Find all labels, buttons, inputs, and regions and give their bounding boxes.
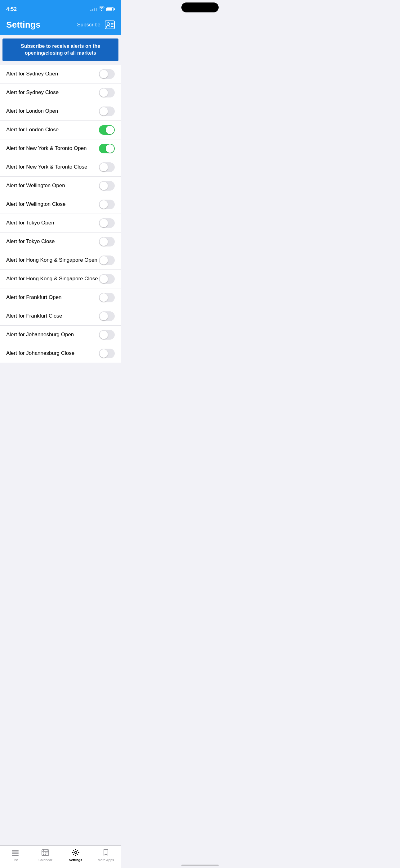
svg-point-1 [107,23,109,25]
alert-label-wellington-close: Alert for Wellington Close [6,201,66,207]
alert-row-sydney-open: Alert for Sydney Open [0,65,121,84]
toggle-sydney-open[interactable] [99,69,115,79]
alert-row-tokyo-close: Alert for Tokyo Close [0,232,121,251]
toggle-hongkong-singapore-close[interactable] [99,274,115,284]
alert-label-london-close: Alert for London Close [6,127,59,133]
alert-row-london-close: Alert for London Close [0,121,121,140]
alert-row-johannesburg-open: Alert for Johannesburg Open [0,326,121,344]
page-title: Settings [6,20,40,30]
contact-card-icon [105,21,115,29]
alert-row-tokyo-open: Alert for Tokyo Open [0,214,121,232]
toggle-london-close[interactable] [99,125,115,135]
alert-row-hongkong-singapore-close: Alert for Hong Kong & Singapore Close [0,270,121,288]
subscribe-banner[interactable]: Subscribe to receive alerts on the openi… [2,38,119,61]
alert-label-johannesburg-open: Alert for Johannesburg Open [6,332,74,338]
alert-row-newyork-toronto-close: Alert for New York & Toronto Close [0,158,121,177]
battery-icon [106,7,115,11]
alert-label-hongkong-singapore-open: Alert for Hong Kong & Singapore Open [6,257,97,263]
toggle-wellington-open[interactable] [99,181,115,191]
toggle-frankfurt-close[interactable] [99,311,115,321]
content: Subscribe to receive alerts on the openi… [0,38,121,394]
alert-row-hongkong-singapore-open: Alert for Hong Kong & Singapore Open [0,251,121,270]
toggle-newyork-toronto-close[interactable] [99,162,115,172]
banner-text: Subscribe to receive alerts on the openi… [21,43,100,56]
wifi-icon [99,6,104,12]
status-time: 4:52 [6,6,17,12]
nav-right-actions: Subscribe [77,21,115,29]
alert-label-newyork-toronto-close: Alert for New York & Toronto Close [6,164,87,170]
toggle-london-open[interactable] [99,106,115,116]
contact-card-button[interactable] [105,21,115,29]
nav-bar: Settings Subscribe [0,17,121,35]
alert-label-newyork-toronto-open: Alert for New York & Toronto Open [6,145,87,152]
toggle-johannesburg-close[interactable] [99,349,115,358]
alert-label-johannesburg-close: Alert for Johannesburg Close [6,350,74,356]
status-icons [90,6,115,12]
alerts-list: Alert for Sydney OpenAlert for Sydney Cl… [0,65,121,363]
toggle-wellington-close[interactable] [99,199,115,209]
alert-row-wellington-open: Alert for Wellington Open [0,177,121,195]
alert-row-newyork-toronto-open: Alert for New York & Toronto Open [0,140,121,158]
alert-row-sydney-close: Alert for Sydney Close [0,84,121,102]
alert-row-frankfurt-close: Alert for Frankfurt Close [0,307,121,326]
signal-icon [90,8,97,11]
alert-label-frankfurt-open: Alert for Frankfurt Open [6,294,62,301]
toggle-tokyo-close[interactable] [99,237,115,247]
toggle-hongkong-singapore-open[interactable] [99,255,115,265]
alert-label-tokyo-open: Alert for Tokyo Open [6,220,54,226]
alert-row-johannesburg-close: Alert for Johannesburg Close [0,344,121,363]
toggle-johannesburg-open[interactable] [99,330,115,340]
alert-label-sydney-close: Alert for Sydney Close [6,89,59,96]
alert-label-hongkong-singapore-close: Alert for Hong Kong & Singapore Close [6,276,98,282]
toggle-tokyo-open[interactable] [99,218,115,228]
alert-row-london-open: Alert for London Open [0,102,121,121]
status-bar: 4:52 [0,0,121,17]
alert-label-wellington-open: Alert for Wellington Open [6,183,65,189]
toggle-newyork-toronto-open[interactable] [99,144,115,153]
alert-row-frankfurt-open: Alert for Frankfurt Open [0,288,121,307]
alert-label-frankfurt-close: Alert for Frankfurt Close [6,313,62,319]
alert-label-sydney-open: Alert for Sydney Open [6,71,58,77]
subscribe-button[interactable]: Subscribe [77,22,100,28]
alert-label-london-open: Alert for London Open [6,108,58,114]
toggle-frankfurt-open[interactable] [99,293,115,302]
toggle-sydney-close[interactable] [99,88,115,97]
alert-row-wellington-close: Alert for Wellington Close [0,195,121,214]
alert-label-tokyo-close: Alert for Tokyo Close [6,239,55,245]
